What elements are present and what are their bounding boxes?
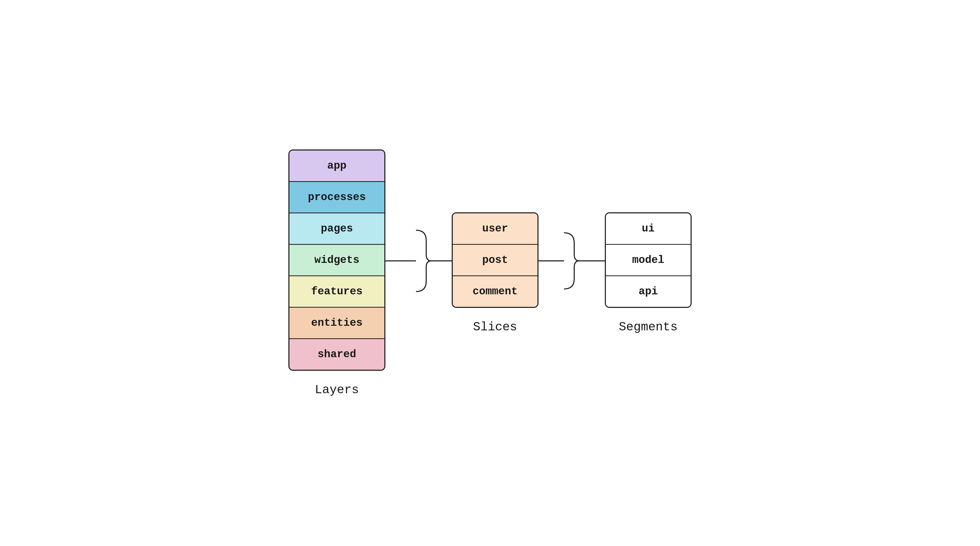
slice-comment: comment <box>453 276 538 307</box>
layer-pages: pages <box>290 213 384 245</box>
layers-label: Layers <box>315 383 359 397</box>
slice-user: user <box>453 213 538 245</box>
layer-shared: shared <box>290 339 384 370</box>
slices-to-segments-connector <box>538 212 605 310</box>
segments-stack: ui model api <box>605 212 692 308</box>
segments-label: Segments <box>619 320 678 334</box>
slices-stack: user post comment <box>452 212 538 308</box>
layers-stack: app processes pages widgets features ent… <box>288 150 385 371</box>
layers-to-slices-connector <box>385 184 452 337</box>
segment-model: model <box>606 245 690 276</box>
segment-ui: ui <box>606 213 690 245</box>
layer-widgets: widgets <box>290 245 384 276</box>
layer-features: features <box>290 276 384 308</box>
layer-app: app <box>290 150 384 182</box>
slices-column: user post comment Slices <box>452 212 538 334</box>
slices-label: Slices <box>473 320 517 334</box>
segment-api: api <box>606 276 690 307</box>
layers-column: app processes pages widgets features ent… <box>288 150 385 397</box>
layer-processes: processes <box>290 182 384 213</box>
slice-post: post <box>453 245 538 276</box>
segments-column: ui model api Segments <box>605 212 692 334</box>
diagram-container: app processes pages widgets features ent… <box>288 150 692 397</box>
layer-entities: entities <box>290 308 384 339</box>
